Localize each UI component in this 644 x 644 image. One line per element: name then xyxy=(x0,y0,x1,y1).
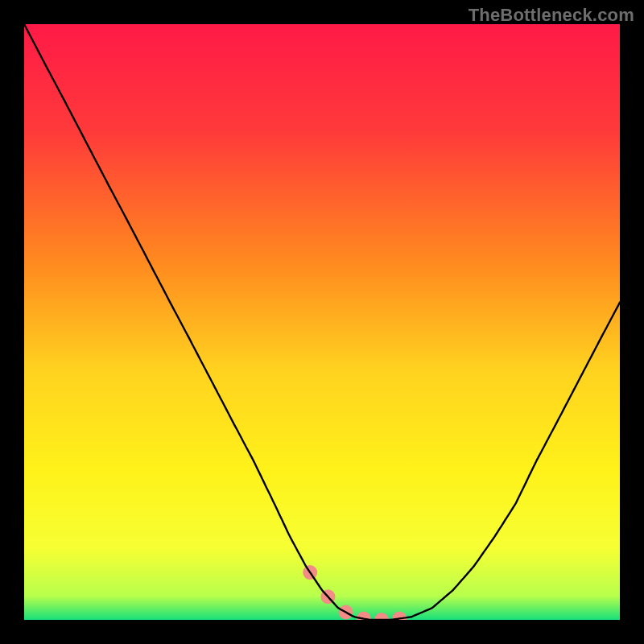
chart-frame: TheBottleneck.com xyxy=(0,0,644,644)
watermark-text: TheBottleneck.com xyxy=(469,5,634,26)
plot-area xyxy=(24,24,620,620)
gradient-background xyxy=(24,24,620,620)
chart-svg xyxy=(24,24,620,620)
